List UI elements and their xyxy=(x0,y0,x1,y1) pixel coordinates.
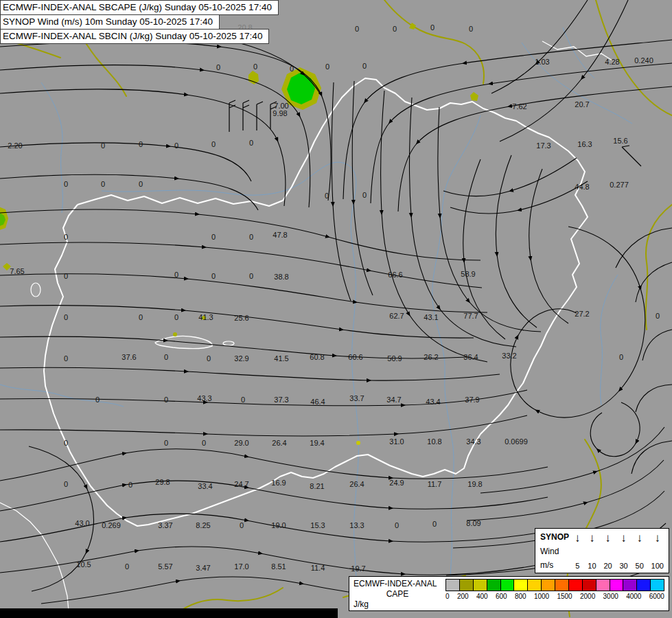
wind-legend-subtitle: Wind xyxy=(540,547,569,556)
station-value: 26.4 xyxy=(272,439,286,447)
station-value: 0 xyxy=(249,139,253,147)
station-value: 8.09 xyxy=(466,519,480,527)
station-value: 11.4 xyxy=(311,564,325,572)
station-value: 0 xyxy=(64,439,68,447)
cape-scale-label: 800 xyxy=(515,593,526,600)
station-value: 0 xyxy=(656,312,660,320)
station-value: 19.0 xyxy=(271,521,286,529)
station-value: 17.0 xyxy=(234,562,248,571)
station-value: 19.4 xyxy=(310,439,324,447)
station-value: 0 xyxy=(64,272,68,280)
station-value: 0 xyxy=(240,521,244,529)
cape-color-cell xyxy=(528,580,542,591)
map-title-block: ECMWF-INDEX-ANAL SBCAPE (J/kg) Sunday 05… xyxy=(0,0,279,44)
station-value: 26.2 xyxy=(424,353,438,361)
title-line: SYNOP Wind (m/s) 10m Sunday 05-10-2025 1… xyxy=(0,14,220,30)
station-value: 41.5 xyxy=(274,354,288,363)
station-value: 26.4 xyxy=(349,480,364,488)
station-value: 0 xyxy=(216,63,220,71)
station-value: 13.3 xyxy=(349,521,364,529)
station-value: 29.0 xyxy=(234,439,248,447)
wind-speed-item: ↓10 xyxy=(588,532,596,570)
bottom-black-bar xyxy=(0,608,338,618)
cape-color-cell xyxy=(623,580,637,591)
station-value: 0 xyxy=(64,313,68,321)
wind-arrow-icon: ↓ xyxy=(655,532,661,544)
wind-speed-item: ↓5 xyxy=(575,532,581,570)
station-value: 9.98 xyxy=(273,109,287,117)
station-value: 32.9 xyxy=(234,354,248,363)
station-value: 0 xyxy=(64,180,68,188)
wind-speed-scale: ↓5↓10↓20↓30↓50↓100 xyxy=(575,532,664,570)
station-value: 38.8 xyxy=(274,273,288,281)
station-value: 1.03 xyxy=(535,58,549,66)
station-value: 8.51 xyxy=(271,562,286,571)
wind-speed-label: 10 xyxy=(588,562,596,570)
wind-legend: SYNOP Wind m/s ↓5↓10↓20↓30↓50↓100 xyxy=(535,528,669,573)
station-value: 11.7 xyxy=(428,480,442,488)
station-value: 17.3 xyxy=(536,141,551,150)
station-value: 37.6 xyxy=(121,353,136,361)
wind-legend-title: SYNOP xyxy=(540,532,569,542)
station-value: 24.7 xyxy=(234,480,248,488)
station-value: 10.5 xyxy=(76,560,91,569)
station-value: 0 xyxy=(64,480,68,488)
station-value: 0 xyxy=(164,396,168,404)
station-value: 0 xyxy=(430,23,435,32)
station-value: 0 xyxy=(395,521,399,529)
cape-scale-label: 0 xyxy=(445,593,450,600)
cape-color-cell xyxy=(542,580,555,591)
station-value: 36.4 xyxy=(463,353,478,361)
cape-color-cell xyxy=(651,580,664,591)
station-value: 2.20 xyxy=(8,141,22,150)
station-value: 0 xyxy=(362,62,367,70)
cape-scale-label: 600 xyxy=(496,593,507,600)
station-value: 0 xyxy=(325,62,329,71)
cape-scale-label: 1000 xyxy=(534,593,549,600)
station-value: 0 xyxy=(164,353,168,361)
weather-map: 2.2020.87.009.981.034.280.2407.6220.717.… xyxy=(0,0,672,618)
station-value: 0 xyxy=(101,141,105,150)
cape-legend: ECMWF-INDEX-ANAL CAPE J/kg 0200400600800… xyxy=(349,576,669,611)
wind-arrow-icon: ↓ xyxy=(589,532,595,544)
station-value: 0 xyxy=(174,313,178,321)
station-value: 7.62 xyxy=(512,102,526,111)
station-value: 60.6 xyxy=(348,353,362,361)
cape-legend-text: ECMWF-INDEX-ANAL CAPE J/kg xyxy=(354,579,441,609)
station-value: 0 xyxy=(174,271,178,279)
wind-speed-label: 20 xyxy=(603,562,612,570)
station-value: 0 xyxy=(125,562,129,571)
station-value: 8.21 xyxy=(310,482,324,490)
station-value: 0.269 xyxy=(102,521,121,529)
station-value: 0 xyxy=(128,481,132,489)
station-value: 0 xyxy=(64,354,68,363)
station-value: 0 xyxy=(202,439,206,447)
station-value: 4.28 xyxy=(605,58,619,66)
station-value: 0 xyxy=(64,233,68,241)
station-value: 37.3 xyxy=(274,396,288,404)
station-value: 46.4 xyxy=(310,398,325,406)
cape-color-cell xyxy=(569,580,583,591)
station-value: 34.3 xyxy=(466,437,480,446)
station-value: 50.9 xyxy=(387,354,402,363)
wind-speed-label: 30 xyxy=(619,562,627,570)
station-value: 47.8 xyxy=(273,231,287,239)
cape-color-cell xyxy=(555,580,569,591)
cape-scale-label: 4000 xyxy=(626,593,641,600)
station-value: 77.7 xyxy=(463,312,478,320)
station-value: 0 xyxy=(241,396,245,404)
cape-scale-label: 3000 xyxy=(603,593,618,600)
cape-color-cell xyxy=(610,580,624,591)
station-value: 0 xyxy=(139,313,143,321)
wind-speed-item: ↓50 xyxy=(636,532,644,570)
station-value: 0.277 xyxy=(610,181,629,189)
cape-scale-label: 1500 xyxy=(557,593,572,600)
station-value: 0 xyxy=(139,140,143,148)
station-value: 25.6 xyxy=(234,314,248,322)
station-value: 0.240 xyxy=(634,56,653,65)
station-value: 0 xyxy=(211,233,216,241)
station-value: 33.2 xyxy=(502,352,516,360)
station-value: 0 xyxy=(249,272,253,280)
station-value: 19.8 xyxy=(467,480,482,488)
station-value: 15.3 xyxy=(310,521,325,529)
